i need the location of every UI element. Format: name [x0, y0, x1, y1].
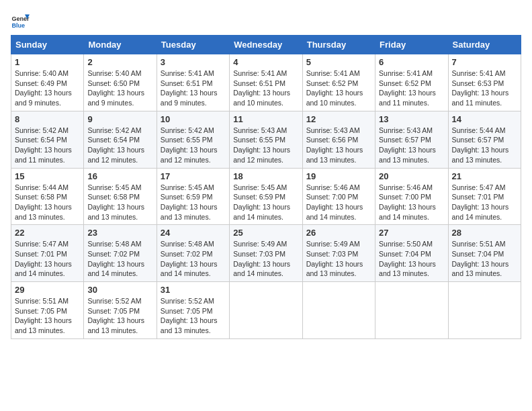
- day-info: Sunrise: 5:48 AMSunset: 7:02 PMDaylight:…: [87, 240, 144, 277]
- day-number: 24: [161, 228, 226, 238]
- calendar-cell: 29Sunrise: 5:51 AMSunset: 7:05 PMDayligh…: [11, 282, 84, 339]
- day-number: 3: [161, 57, 226, 67]
- day-number: 20: [379, 171, 444, 181]
- day-info: Sunrise: 5:43 AMSunset: 6:55 PMDaylight:…: [233, 126, 290, 164]
- day-info: Sunrise: 5:43 AMSunset: 6:56 PMDaylight:…: [306, 126, 363, 164]
- day-number: 21: [452, 171, 517, 181]
- day-number: 11: [233, 114, 298, 124]
- day-info: Sunrise: 5:41 AMSunset: 6:52 PMDaylight:…: [306, 69, 363, 107]
- day-number: 25: [233, 228, 298, 238]
- day-info: Sunrise: 5:51 AMSunset: 7:05 PMDaylight:…: [15, 297, 72, 334]
- day-info: Sunrise: 5:49 AMSunset: 7:03 PMDaylight:…: [233, 240, 290, 277]
- calendar-cell: 13Sunrise: 5:43 AMSunset: 6:57 PMDayligh…: [375, 111, 448, 168]
- dow-tuesday: Tuesday: [157, 36, 229, 54]
- calendar-cell: 11Sunrise: 5:43 AMSunset: 6:55 PMDayligh…: [230, 111, 302, 168]
- day-info: Sunrise: 5:47 AMSunset: 7:01 PMDaylight:…: [452, 183, 509, 221]
- week-row-3: 15Sunrise: 5:44 AMSunset: 6:58 PMDayligh…: [11, 168, 521, 225]
- day-info: Sunrise: 5:44 AMSunset: 6:57 PMDaylight:…: [452, 126, 509, 164]
- dow-friday: Friday: [375, 36, 448, 54]
- svg-text:Blue: Blue: [11, 22, 25, 29]
- day-number: 8: [15, 114, 80, 124]
- day-info: Sunrise: 5:50 AMSunset: 7:04 PMDaylight:…: [379, 240, 436, 277]
- day-number: 2: [87, 57, 152, 67]
- day-number: 5: [306, 57, 371, 67]
- calendar-cell: 21Sunrise: 5:47 AMSunset: 7:01 PMDayligh…: [448, 168, 521, 225]
- day-number: 30: [87, 285, 152, 295]
- day-number: 12: [306, 114, 371, 124]
- day-number: 19: [306, 171, 371, 181]
- day-info: Sunrise: 5:51 AMSunset: 7:04 PMDaylight:…: [452, 240, 509, 277]
- day-info: Sunrise: 5:49 AMSunset: 7:03 PMDaylight:…: [306, 240, 363, 277]
- day-info: Sunrise: 5:40 AMSunset: 6:50 PMDaylight:…: [87, 69, 144, 107]
- day-number: 6: [379, 57, 444, 67]
- calendar-cell: 25Sunrise: 5:49 AMSunset: 7:03 PMDayligh…: [230, 225, 302, 282]
- day-info: Sunrise: 5:42 AMSunset: 6:54 PMDaylight:…: [87, 126, 144, 164]
- day-number: 29: [15, 285, 80, 295]
- calendar-cell: 2Sunrise: 5:40 AMSunset: 6:50 PMDaylight…: [84, 54, 157, 111]
- calendar-cell: 19Sunrise: 5:46 AMSunset: 7:00 PMDayligh…: [302, 168, 375, 225]
- day-info: Sunrise: 5:52 AMSunset: 7:05 PMDaylight:…: [87, 297, 144, 334]
- day-of-week-header: SundayMondayTuesdayWednesdayThursdayFrid…: [11, 36, 521, 54]
- calendar-cell: [448, 282, 521, 339]
- day-info: Sunrise: 5:42 AMSunset: 6:55 PMDaylight:…: [161, 126, 218, 164]
- calendar-table: SundayMondayTuesdayWednesdayThursdayFrid…: [11, 35, 521, 339]
- calendar-cell: 12Sunrise: 5:43 AMSunset: 6:56 PMDayligh…: [302, 111, 375, 168]
- day-number: 17: [161, 171, 226, 181]
- calendar-cell: 26Sunrise: 5:49 AMSunset: 7:03 PMDayligh…: [302, 225, 375, 282]
- day-info: Sunrise: 5:41 AMSunset: 6:52 PMDaylight:…: [379, 69, 436, 107]
- dow-sunday: Sunday: [11, 36, 84, 54]
- day-info: Sunrise: 5:46 AMSunset: 7:00 PMDaylight:…: [379, 183, 436, 221]
- calendar-cell: 31Sunrise: 5:52 AMSunset: 7:05 PMDayligh…: [157, 282, 229, 339]
- day-info: Sunrise: 5:48 AMSunset: 7:02 PMDaylight:…: [161, 240, 218, 277]
- week-row-5: 29Sunrise: 5:51 AMSunset: 7:05 PMDayligh…: [11, 282, 521, 339]
- calendar-cell: 14Sunrise: 5:44 AMSunset: 6:57 PMDayligh…: [448, 111, 521, 168]
- day-info: Sunrise: 5:41 AMSunset: 6:51 PMDaylight:…: [233, 69, 290, 107]
- day-number: 13: [379, 114, 444, 124]
- calendar-body: 1Sunrise: 5:40 AMSunset: 6:49 PMDaylight…: [11, 54, 521, 339]
- day-number: 23: [87, 228, 152, 238]
- calendar-cell: 5Sunrise: 5:41 AMSunset: 6:52 PMDaylight…: [302, 54, 375, 111]
- logo: General Blue: [11, 11, 31, 30]
- day-number: 4: [233, 57, 298, 67]
- calendar-cell: [375, 282, 448, 339]
- day-number: 18: [233, 171, 298, 181]
- calendar-cell: 24Sunrise: 5:48 AMSunset: 7:02 PMDayligh…: [157, 225, 229, 282]
- calendar-cell: 8Sunrise: 5:42 AMSunset: 6:54 PMDaylight…: [11, 111, 84, 168]
- day-number: 10: [161, 114, 226, 124]
- calendar-cell: 10Sunrise: 5:42 AMSunset: 6:55 PMDayligh…: [157, 111, 229, 168]
- calendar-cell: 20Sunrise: 5:46 AMSunset: 7:00 PMDayligh…: [375, 168, 448, 225]
- day-number: 7: [452, 57, 517, 67]
- day-info: Sunrise: 5:46 AMSunset: 7:00 PMDaylight:…: [306, 183, 363, 221]
- day-number: 28: [452, 228, 517, 238]
- day-info: Sunrise: 5:40 AMSunset: 6:49 PMDaylight:…: [15, 69, 72, 107]
- calendar-cell: 30Sunrise: 5:52 AMSunset: 7:05 PMDayligh…: [84, 282, 157, 339]
- day-number: 15: [15, 171, 80, 181]
- dow-thursday: Thursday: [302, 36, 375, 54]
- day-number: 9: [87, 114, 152, 124]
- day-info: Sunrise: 5:45 AMSunset: 6:58 PMDaylight:…: [87, 183, 144, 221]
- calendar-cell: 1Sunrise: 5:40 AMSunset: 6:49 PMDaylight…: [11, 54, 84, 111]
- calendar-cell: 17Sunrise: 5:45 AMSunset: 6:59 PMDayligh…: [157, 168, 229, 225]
- calendar-cell: 7Sunrise: 5:41 AMSunset: 6:53 PMDaylight…: [448, 54, 521, 111]
- day-number: 1: [15, 57, 80, 67]
- day-info: Sunrise: 5:42 AMSunset: 6:54 PMDaylight:…: [15, 126, 72, 164]
- day-info: Sunrise: 5:41 AMSunset: 6:53 PMDaylight:…: [452, 69, 509, 107]
- calendar-cell: 18Sunrise: 5:45 AMSunset: 6:59 PMDayligh…: [230, 168, 302, 225]
- week-row-2: 8Sunrise: 5:42 AMSunset: 6:54 PMDaylight…: [11, 111, 521, 168]
- calendar-cell: 27Sunrise: 5:50 AMSunset: 7:04 PMDayligh…: [375, 225, 448, 282]
- calendar-cell: 3Sunrise: 5:41 AMSunset: 6:51 PMDaylight…: [157, 54, 229, 111]
- header: General Blue: [11, 11, 521, 30]
- day-info: Sunrise: 5:43 AMSunset: 6:57 PMDaylight:…: [379, 126, 436, 164]
- day-info: Sunrise: 5:52 AMSunset: 7:05 PMDaylight:…: [161, 297, 218, 334]
- dow-wednesday: Wednesday: [230, 36, 302, 54]
- day-info: Sunrise: 5:45 AMSunset: 6:59 PMDaylight:…: [161, 183, 218, 221]
- day-number: 31: [161, 285, 226, 295]
- calendar-cell: 4Sunrise: 5:41 AMSunset: 6:51 PMDaylight…: [230, 54, 302, 111]
- day-info: Sunrise: 5:45 AMSunset: 6:59 PMDaylight:…: [233, 183, 290, 221]
- calendar-cell: 28Sunrise: 5:51 AMSunset: 7:04 PMDayligh…: [448, 225, 521, 282]
- calendar-cell: 9Sunrise: 5:42 AMSunset: 6:54 PMDaylight…: [84, 111, 157, 168]
- day-number: 26: [306, 228, 371, 238]
- calendar-cell: 22Sunrise: 5:47 AMSunset: 7:01 PMDayligh…: [11, 225, 84, 282]
- day-number: 22: [15, 228, 80, 238]
- calendar-cell: 16Sunrise: 5:45 AMSunset: 6:58 PMDayligh…: [84, 168, 157, 225]
